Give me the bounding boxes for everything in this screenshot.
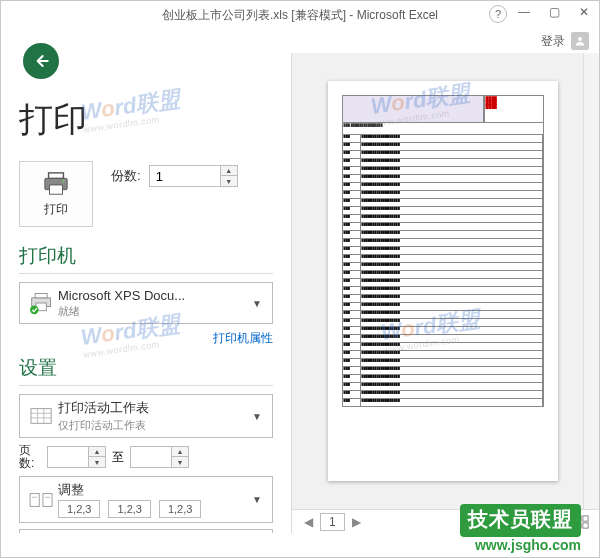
page-from-spinner[interactable]: ▲▼ — [47, 446, 106, 468]
spin-up[interactable]: ▲ — [89, 447, 105, 457]
print-button[interactable]: 打印 — [19, 161, 93, 227]
window-title: 创业板上市公司列表.xls [兼容模式] - Microsoft Excel — [162, 7, 438, 24]
print-what-sub: 仅打印活动工作表 — [58, 418, 248, 433]
copies-spinner[interactable]: ▲ ▼ — [149, 165, 238, 187]
collate-selector[interactable]: 调整 1,2,3 1,2,3 1,2,3 ▼ — [19, 476, 273, 523]
help-button[interactable]: ? — [489, 5, 507, 23]
copies-control: 份数: ▲ ▼ — [111, 165, 238, 187]
printer-section-title: 打印机 — [19, 243, 273, 269]
svg-point-5 — [62, 180, 64, 182]
svg-point-9 — [30, 306, 39, 315]
chevron-down-icon: ▼ — [248, 411, 266, 422]
svg-rect-23 — [576, 515, 581, 520]
current-page[interactable]: 1 — [320, 513, 345, 531]
preview-area: ████████████ ███ ███████████████ ███████… — [292, 53, 599, 509]
preview-page: ████████████ ███ ███████████████ ███████… — [328, 81, 558, 481]
collate-seq-1: 1,2,3 — [58, 500, 100, 518]
page-title: 打印 — [19, 97, 273, 143]
zoom-to-page-icon[interactable] — [551, 513, 569, 531]
pages-label: 页数: — [19, 444, 41, 470]
account-row: 登录 — [1, 29, 599, 53]
next-page-button[interactable]: ▶ — [349, 515, 365, 529]
show-margins-icon[interactable] — [573, 513, 591, 531]
spin-up[interactable]: ▲ — [172, 447, 188, 457]
main-content: 打印 打印 份数: ▲ ▼ — [1, 53, 599, 533]
preview-panel: ████████████ ███ ███████████████ ███████… — [291, 53, 599, 533]
svg-rect-2 — [49, 172, 64, 178]
copies-input[interactable] — [150, 169, 220, 184]
maximize-button[interactable]: ▢ — [539, 1, 569, 23]
orientation-selector[interactable]: 纵向 ▼ — [19, 529, 273, 533]
preview-scrollbar[interactable] — [583, 53, 599, 509]
spin-down[interactable]: ▼ — [89, 457, 105, 467]
prev-page-button[interactable]: ◀ — [300, 515, 316, 529]
printer-status: 就绪 — [58, 304, 248, 319]
divider — [19, 273, 273, 274]
window-controls: — ▢ ✕ — [509, 1, 599, 23]
copies-down[interactable]: ▼ — [221, 176, 237, 186]
chevron-down-icon: ▼ — [248, 494, 266, 505]
svg-rect-16 — [43, 493, 52, 506]
settings-section-title: 设置 — [19, 355, 273, 381]
svg-rect-24 — [583, 515, 588, 520]
print-what-selector[interactable]: 打印活动工作表 仅打印活动工作表 ▼ — [19, 394, 273, 438]
close-button[interactable]: ✕ — [569, 1, 599, 23]
svg-point-0 — [578, 37, 582, 41]
printer-icon — [41, 171, 71, 197]
copies-label: 份数: — [111, 167, 141, 185]
divider — [19, 385, 273, 386]
chevron-down-icon: ▼ — [248, 298, 266, 309]
svg-rect-10 — [31, 409, 51, 424]
printer-name: Microsoft XPS Docu... — [58, 288, 248, 303]
pages-to-label: 至 — [112, 449, 124, 466]
sign-in-link[interactable]: 登录 — [541, 33, 565, 50]
spin-down[interactable]: ▼ — [172, 457, 188, 467]
minimize-button[interactable]: — — [509, 1, 539, 23]
page-to-input[interactable] — [131, 450, 171, 465]
title-bar: 创业板上市公司列表.xls [兼容模式] - Microsoft Excel ?… — [1, 1, 599, 29]
svg-rect-25 — [576, 522, 581, 527]
page-from-input[interactable] — [48, 450, 88, 465]
collate-seq-2: 1,2,3 — [108, 500, 150, 518]
print-what-title: 打印活动工作表 — [58, 399, 248, 417]
svg-rect-7 — [35, 294, 47, 298]
page-to-spinner[interactable]: ▲▼ — [130, 446, 189, 468]
svg-rect-15 — [30, 493, 39, 506]
printer-properties-link[interactable]: 打印机属性 — [19, 330, 273, 347]
printer-selector[interactable]: Microsoft XPS Docu... 就绪 ▼ — [19, 282, 273, 324]
svg-rect-26 — [583, 522, 588, 527]
svg-rect-22 — [555, 516, 566, 527]
print-button-label: 打印 — [44, 201, 68, 218]
collate-seq-3: 1,2,3 — [159, 500, 201, 518]
svg-rect-4 — [50, 184, 63, 193]
sheets-icon — [26, 401, 58, 431]
copies-up[interactable]: ▲ — [221, 166, 237, 176]
print-row: 打印 份数: ▲ ▼ — [19, 161, 273, 227]
collate-icon — [26, 485, 58, 515]
avatar-icon[interactable] — [571, 32, 589, 50]
collate-title: 调整 — [58, 481, 248, 499]
preview-footer: ◀ 1 ▶ — [292, 509, 599, 533]
page-range-row: 页数: ▲▼ 至 ▲▼ — [19, 444, 273, 470]
print-settings-panel: 打印 打印 份数: ▲ ▼ — [1, 53, 291, 533]
printer-device-icon — [26, 288, 58, 318]
